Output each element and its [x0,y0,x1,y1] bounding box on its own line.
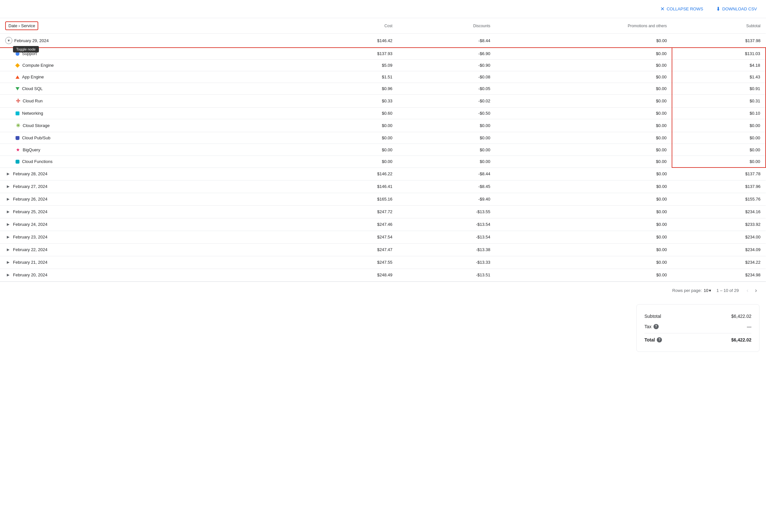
subtotal-cell: $234.16 [672,205,766,218]
promotions-cell: $0.00 [495,132,672,144]
cost-cell: $5.09 [306,60,398,71]
discounts-cell: -$0.02 [398,95,496,108]
expand-row-button[interactable]: ▶ [5,260,11,265]
cost-cell: $0.00 [306,156,398,168]
expand-row-button[interactable]: ▶ [5,171,11,177]
expand-row-button[interactable]: ▶ [5,222,11,227]
date-cell: ▶ February 23, 2024 [0,231,306,243]
discounts-cell: -$0.08 [398,71,496,83]
cost-cell: $165.16 [306,193,398,205]
service-label: BigQuery [23,147,40,152]
discounts-cell: -$8.44 [398,34,496,48]
table-row: ▶ February 26, 2024 $165.16 -$9.40 $0.00… [0,193,766,205]
table-row: Cloud Functions $0.00 $0.00 $0.00 $0.00 [0,156,766,168]
discounts-cell: -$13.54 [398,218,496,231]
service-label: App Engine [22,75,44,79]
service-name-cell: ✳ Cloud Storage [0,119,306,132]
subtotal-cell: $0.00 [672,119,766,132]
subtotal-cell: $234.00 [672,231,766,243]
cost-cell: $1.51 [306,71,398,83]
rows-per-page-section: Rows per page: 10 ▾ [672,288,712,293]
tax-help-icon[interactable]: ? [654,324,659,329]
expand-row-button[interactable]: ▶ [5,272,11,278]
service-icon-networking [16,111,19,115]
date-cell: ▶ February 26, 2024 [0,193,306,205]
expand-row-button[interactable]: ▶ [5,209,11,215]
table-row: ▶ February 23, 2024 $247.54 -$13.54 $0.0… [0,231,766,243]
cost-cell: $146.41 [306,180,398,193]
date-label: February 24, 2024 [13,222,47,227]
service-label: Cloud Functions [22,159,52,164]
promotions-cell: $0.00 [495,269,672,281]
rows-per-page-value: 10 [704,288,708,293]
toggle-node-tooltip: Toggle node [13,46,39,52]
prev-page-button[interactable]: ‹ [744,286,751,295]
discounts-cell: -$6.90 [398,48,496,60]
promotions-cell: $0.00 [495,243,672,256]
download-csv-label: DOWNLOAD CSV [722,6,757,11]
table-row: ★ BigQuery $0.00 $0.00 $0.00 $0.00 [0,144,766,156]
service-icon-cloudrun: ✚ [16,98,20,104]
expand-row-button[interactable]: ▶ [5,234,11,240]
service-label: Networking [22,111,43,116]
subtotal-cell: $234.09 [672,243,766,256]
cost-cell: $0.00 [306,119,398,132]
date-cell: ▼ February 29, 2024 Toggle node [0,34,306,48]
discounts-cell: -$13.51 [398,269,496,281]
promotions-cell: $0.00 [495,231,672,243]
header-discounts[interactable]: Discounts [398,18,496,34]
total-help-icon[interactable]: ? [657,337,662,342]
collapse-row-button[interactable]: ▼ [5,37,12,44]
date-cell: ▶ February 20, 2024 [0,269,306,281]
subtotal-label: Subtotal [644,314,661,319]
table-row: ▶ February 28, 2024 $146.22 -$8.44 $0.00… [0,168,766,180]
discounts-cell: -$0.05 [398,83,496,95]
subtotal-cell: $234.22 [672,256,766,269]
collapse-icon: ✕ [660,6,665,12]
service-icon-appengine [16,75,19,79]
cost-cell: $0.00 [306,144,398,156]
collapse-rows-label: COLLAPSE ROWS [667,6,703,11]
promotions-cell: $0.00 [495,256,672,269]
service-name-cell: ✚ Cloud Run [0,95,306,108]
expand-row-button[interactable]: ▶ [5,247,11,253]
date-label: February 21, 2024 [13,260,47,265]
total-label: Total ? [644,337,662,342]
cost-cell: $247.46 [306,218,398,231]
download-csv-button[interactable]: ⬇ DOWNLOAD CSV [714,4,760,14]
cost-cell: $247.55 [306,256,398,269]
download-icon: ⬇ [716,6,720,12]
subtotal-cell: $0.10 [672,108,766,119]
expand-row-button[interactable]: ▶ [5,184,11,190]
subtotal-cell: $0.00 [672,156,766,168]
promotions-cell: $0.00 [495,34,672,48]
date-label: February 27, 2024 [13,184,47,189]
discounts-cell: $0.00 [398,119,496,132]
cost-cell: $247.54 [306,231,398,243]
service-name-cell: Cloud Functions [0,156,306,168]
subtotal-cell: $1.43 [672,71,766,83]
cost-cell: $0.96 [306,83,398,95]
header-promotions[interactable]: Promotions and others [495,18,672,34]
discounts-cell: $0.00 [398,144,496,156]
header-cost[interactable]: Cost [306,18,398,34]
rows-per-page-selector[interactable]: 10 ▾ [704,288,711,293]
expand-row-button[interactable]: ▶ [5,196,11,202]
header-subtotal[interactable]: Subtotal [672,18,766,34]
subtotal-cell: $0.00 [672,132,766,144]
next-page-button[interactable]: › [752,286,760,295]
discounts-cell: -$9.40 [398,193,496,205]
discounts-cell: -$0.90 [398,60,496,71]
subtotal-cell: $234.98 [672,269,766,281]
service-icon-compute [15,63,20,67]
discounts-cell: -$8.44 [398,168,496,180]
date-label: February 25, 2024 [13,209,47,214]
promotions-cell: $0.00 [495,108,672,119]
service-name-cell: Cloud Pub/Sub [0,132,306,144]
table-row: ✳ Cloud Storage $0.00 $0.00 $0.00 $0.00 [0,119,766,132]
cost-cell: $248.49 [306,269,398,281]
discounts-cell: $0.00 [398,156,496,168]
service-label: Cloud Storage [23,123,50,128]
collapse-rows-button[interactable]: ✕ COLLAPSE ROWS [658,4,706,14]
table-row: Support $137.93 -$6.90 $0.00 $131.03 [0,48,766,60]
